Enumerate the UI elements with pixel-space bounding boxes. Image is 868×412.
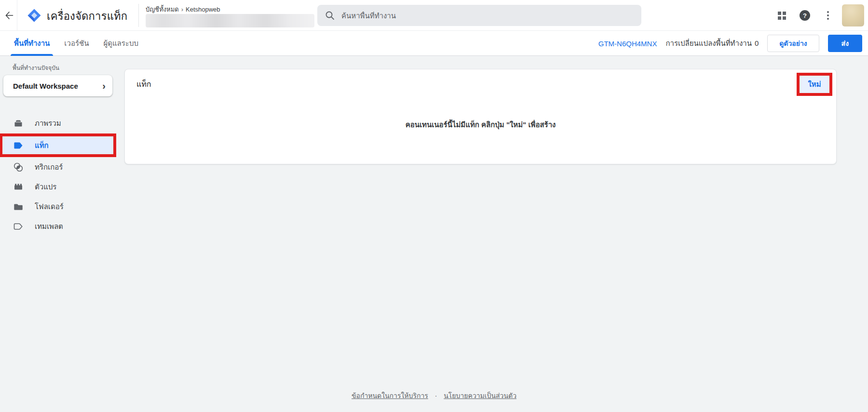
current-workspace-label: พื้นที่ทำงานปัจจุบัน [13,63,116,72]
tab-workspace[interactable]: พื้นที่ทำงาน [7,31,57,56]
submit-button[interactable]: ส่ง [828,35,862,52]
footer: ข้อกำหนดในการให้บริการ · นโยบายความเป็นส… [0,390,868,401]
workspace-changes: การเปลี่ยนแปลงพื้นที่ทำงาน0 [665,38,759,49]
changes-count: 0 [755,39,759,47]
sidebar-item-folders[interactable]: โฟลเดอร์ [2,197,113,216]
container-id-link[interactable]: GTM-N6QH4MNX [598,40,657,48]
privacy-policy-link[interactable]: นโยบายความเป็นส่วนตัว [444,392,516,399]
help-icon[interactable]: ? [796,6,814,25]
card-title: แท็ก [136,78,151,90]
breadcrumb-current[interactable]: Ketshopweb [186,6,220,13]
breadcrumb[interactable]: บัญชีทั้งหมด›Ketshopweb [146,4,220,14]
sidebar-item-tags[interactable]: แท็ก [2,136,113,154]
empty-state-message: คอนเทนเนอร์นี้ไม่มีแท็ก คลิกปุ่ม "ใหม่" … [125,119,836,131]
blurred-container-name [146,14,314,27]
sidebar-item-label: ทริกเกอร์ [35,161,63,173]
app-title: เครื่องจัดการแท็ก [47,8,127,25]
breadcrumb-separator-icon: › [181,6,183,13]
annotation-highlight-new-button: ใหม่ [797,73,832,96]
tags-card: แท็ก ใหม่ คอนเทนเนอร์นี้ไม่มีแท็ก คลิกปุ… [124,69,837,164]
tag-manager-logo-icon [27,8,41,23]
workspace-tabbar: พื้นที่ทำงาน เวอร์ชัน ผู้ดูแลระบบ GTM-N6… [0,31,868,56]
sidebar-item-label: ตัวแปร [35,181,56,193]
template-icon [14,222,23,231]
sidebar-item-label: ภาพรวม [35,118,61,129]
chevron-right-icon: › [102,81,106,91]
new-tag-button[interactable]: ใหม่ [800,76,829,93]
terms-of-service-link[interactable]: ข้อกำหนดในการให้บริการ [352,392,428,399]
header-divider [17,0,17,31]
tab-versions[interactable]: เวอร์ชัน [57,31,96,56]
folder-icon [14,202,23,212]
tab-admin[interactable]: ผู้ดูแลระบบ [96,31,146,56]
variables-icon [14,182,23,192]
apps-grid-icon[interactable] [773,6,791,25]
more-options-icon[interactable] [819,6,837,25]
header-divider [138,4,139,27]
overview-icon [14,119,23,128]
sidebar-item-triggers[interactable]: ทริกเกอร์ [2,158,113,177]
sidebar-item-overview[interactable]: ภาพรวม [2,114,113,133]
tag-icon [14,141,23,150]
triggers-icon [14,162,23,172]
breadcrumb-root[interactable]: บัญชีทั้งหมด [146,6,179,13]
sidebar-item-templates[interactable]: เทมเพลต [2,217,113,236]
footer-separator: · [435,392,437,399]
sidebar-item-label: เทมเพลต [35,221,63,232]
sidebar-item-label: โฟลเดอร์ [35,201,64,213]
workspace-selector[interactable]: Default Workspace › [3,75,112,96]
sidebar-item-variables[interactable]: ตัวแปร [2,177,113,197]
workspace-name: Default Workspace [13,82,102,90]
back-arrow-icon[interactable] [2,8,16,23]
search-input[interactable] [341,12,634,20]
search-icon [325,11,335,20]
sidebar: พื้นที่ทำงานปัจจุบัน Default Workspace ›… [0,56,116,237]
preview-button[interactable]: ดูตัวอย่าง [767,35,819,52]
avatar[interactable] [842,4,864,27]
top-header: เครื่องจัดการแท็ก บัญชีทั้งหมด›Ketshopwe… [0,0,868,31]
workspace-search-bar[interactable] [317,5,641,26]
sidebar-item-label: แท็ก [35,140,49,151]
